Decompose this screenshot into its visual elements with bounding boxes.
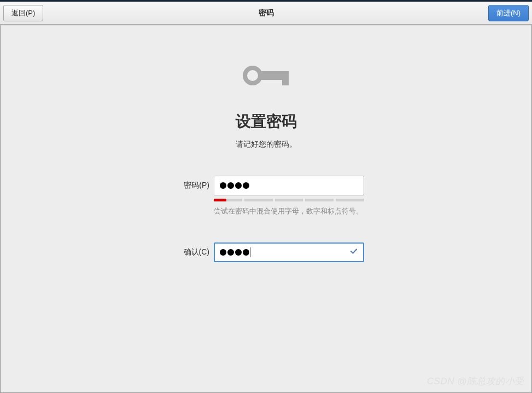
page-title: 密码 (259, 8, 274, 18)
back-button[interactable]: 返回(P) (3, 5, 43, 21)
next-button[interactable]: 前进(N) (488, 5, 529, 21)
svg-rect-1 (282, 78, 289, 85)
text-cursor (250, 247, 250, 257)
checkmark-icon (350, 247, 358, 257)
password-strength-bar (214, 199, 364, 201)
password-hint: 尝试在密码中混合使用字母，数字和标点符号。 (214, 207, 364, 216)
watermark: CSDN @陈总攻的小受 (427, 375, 524, 388)
password-input[interactable] (214, 176, 364, 195)
subheading: 请记好您的密码。 (236, 140, 297, 149)
heading: 设置密码 (236, 111, 297, 132)
key-icon (239, 56, 293, 95)
content-area: 设置密码 请记好您的密码。 密码(P) 尝试在密码中混合使用字母，数字和标点符号… (0, 25, 532, 262)
confirm-label: 确认(C) (168, 242, 209, 257)
confirm-input[interactable] (214, 242, 364, 262)
password-label: 密码(P) (168, 176, 209, 190)
header-bar: 返回(P) 密码 前进(N) (0, 2, 532, 25)
